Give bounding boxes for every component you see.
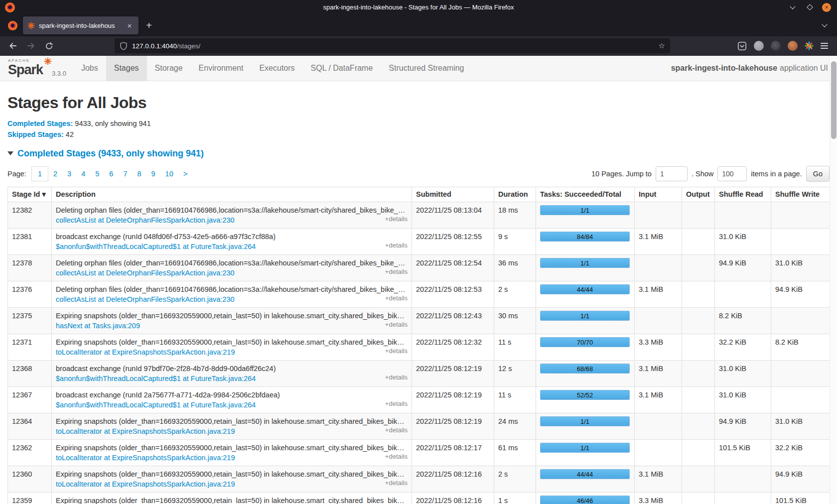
column-header[interactable]: Shuffle Read: [715, 187, 771, 202]
column-header[interactable]: Output: [682, 187, 715, 202]
next-page-link[interactable]: >: [178, 167, 192, 181]
column-header[interactable]: Description: [52, 187, 412, 202]
spark-nav-item[interactable]: Structured Streaming: [381, 56, 472, 81]
list-all-tabs-button[interactable]: [817, 18, 832, 33]
spark-nav-items: JobsStagesStorageEnvironmentExecutorsSQL…: [73, 56, 472, 81]
stage-details-toggle[interactable]: +details: [385, 267, 408, 277]
stage-details-toggle[interactable]: +details: [385, 399, 408, 409]
spark-nav-item[interactable]: Storage: [147, 56, 191, 81]
go-button[interactable]: Go: [806, 166, 830, 182]
spark-nav-item[interactable]: Environment: [191, 56, 252, 81]
stage-input-cell: [635, 202, 682, 229]
scrollbar-thumb[interactable]: [831, 61, 837, 139]
stage-details-toggle[interactable]: +details: [385, 346, 408, 356]
stage-submitted-cell: 2022/11/25 08:12:19: [412, 361, 494, 387]
tracking-protection-shield-icon[interactable]: [120, 42, 128, 50]
forward-button[interactable]: [23, 39, 39, 53]
page-link[interactable]: 2: [48, 167, 62, 181]
spark-logo[interactable]: APACHE Spark: [8, 56, 52, 81]
window-maximize-button[interactable]: [805, 3, 814, 12]
stage-details-toggle[interactable]: +details: [385, 320, 408, 330]
stage-output-cell: [682, 202, 715, 229]
bookmark-star-icon[interactable]: ☆: [659, 41, 665, 50]
stage-details-toggle[interactable]: +details: [385, 478, 408, 488]
stage-callsite-link[interactable]: toLocalIterator at ExpireSnapshotsSparkA…: [56, 347, 235, 357]
pages-info-text: 10 Pages. Jump to: [591, 170, 652, 178]
items-per-page-input[interactable]: [717, 166, 747, 181]
stage-details-toggle[interactable]: +details: [385, 241, 408, 251]
new-tab-button[interactable]: +: [141, 18, 156, 33]
page-link[interactable]: 5: [90, 167, 104, 181]
page-link[interactable]: 10: [160, 167, 178, 181]
stage-description-cell: broadcast exchange (runId 048fd06f-d753-…: [52, 229, 412, 255]
column-header[interactable]: Stage Id ▾: [8, 187, 52, 202]
back-button[interactable]: [5, 39, 21, 53]
spark-nav-item[interactable]: Executors: [251, 56, 302, 81]
stage-callsite-link[interactable]: $anonfun$withThreadLocalCaptured$1 at Fu…: [56, 242, 256, 252]
window-minimize-button[interactable]: [788, 3, 797, 12]
column-header[interactable]: Submitted: [412, 187, 494, 202]
account-avatar-icon[interactable]: [788, 41, 798, 51]
stage-details-toggle[interactable]: +details: [385, 293, 408, 303]
column-header[interactable]: Duration: [494, 187, 536, 202]
page-link[interactable]: 7: [118, 167, 132, 181]
page-link[interactable]: 9: [146, 167, 160, 181]
pocket-save-icon[interactable]: [737, 41, 747, 51]
page-scrollbar[interactable]: [830, 56, 837, 504]
stage-id-cell: 12371: [8, 334, 52, 361]
stage-details-toggle[interactable]: +details: [385, 373, 408, 382]
extension-badger-icon[interactable]: [771, 41, 781, 51]
current-page[interactable]: 1: [31, 166, 48, 181]
stage-callsite-link[interactable]: toLocalIterator at ExpireSnapshotsSparkA…: [56, 426, 235, 436]
stage-details-toggle[interactable]: +details: [385, 425, 408, 435]
column-header[interactable]: Shuffle Write: [771, 187, 830, 202]
page-link[interactable]: 8: [132, 167, 146, 181]
browser-tab[interactable]: spark-ingest-into-lakehous ×: [23, 16, 139, 34]
stage-input-cell: [635, 308, 682, 334]
stage-callsite-link[interactable]: hasNext at Tasks.java:209: [56, 321, 140, 331]
reload-button[interactable]: [41, 39, 57, 53]
completed-stages-section-toggle[interactable]: Completed Stages (9433, only showing 941…: [7, 148, 830, 159]
url-bar[interactable]: 127.0.0.1:4040/stages/ ☆: [115, 38, 670, 53]
spark-nav-item[interactable]: SQL / DataFrame: [303, 56, 381, 81]
stage-tasks-cell: 1/1: [536, 202, 635, 229]
page-link[interactable]: 3: [62, 167, 76, 181]
stage-callsite-link[interactable]: toLocalIterator at ExpireSnapshotsSparkA…: [56, 453, 235, 463]
stage-callsite-link[interactable]: toLocalIterator at ExpireSnapshotsSparkA…: [56, 479, 235, 489]
forward-arrow-icon: [26, 41, 35, 50]
tasks-progress-label: 1/1: [541, 417, 629, 426]
stage-callsite-link[interactable]: $anonfun$withThreadLocalCaptured$1 at Fu…: [56, 374, 256, 383]
stage-details-toggle[interactable]: +details: [385, 452, 408, 462]
page-link[interactable]: 4: [76, 167, 90, 181]
column-header[interactable]: Input: [635, 187, 682, 202]
section-title: Completed Stages (9433, only showing 941…: [17, 148, 204, 159]
stage-submitted-cell: 2022/11/25 08:12:32: [412, 334, 494, 361]
window-close-button[interactable]: ×: [822, 3, 831, 12]
firefox-view-button[interactable]: [5, 18, 20, 33]
stage-details-toggle[interactable]: +details: [385, 214, 408, 224]
column-header[interactable]: Tasks: Succeeded/Total: [536, 187, 635, 202]
firefox-logo-icon: [5, 2, 15, 12]
extension-pinwheel-icon[interactable]: [805, 41, 814, 50]
stage-callsite-link[interactable]: collectAsList at DeleteOrphanFilesSparkA…: [56, 294, 235, 304]
spark-nav-item[interactable]: Jobs: [73, 56, 106, 81]
stage-row: 12381 broadcast exchange (runId 048fd06f…: [8, 229, 830, 255]
stage-callsite-link[interactable]: $anonfun$withThreadLocalCaptured$1 at Fu…: [56, 400, 256, 410]
tab-close-icon[interactable]: ×: [125, 21, 134, 30]
stage-callsite-link[interactable]: collectAsList at DeleteOrphanFilesSparkA…: [56, 268, 235, 278]
tasks-progress-bar: 44/44: [540, 469, 630, 479]
page-link[interactable]: 6: [104, 167, 118, 181]
summary-label-link[interactable]: Completed Stages:: [7, 120, 73, 127]
summary-label-link[interactable]: Skipped Stages:: [7, 130, 64, 138]
stage-callsite-link[interactable]: collectAsList at DeleteOrphanFilesSparkA…: [56, 215, 235, 225]
stage-row: 12364 Expiring snapshots (older_than=166…: [8, 413, 830, 440]
extension-icon-1[interactable]: [754, 41, 764, 51]
menu-button[interactable]: [821, 43, 828, 49]
jump-to-page-input[interactable]: [656, 166, 688, 181]
tasks-progress-bar: 70/70: [540, 337, 630, 347]
tasks-progress-bar: 84/84: [540, 232, 630, 242]
stage-submitted-cell: 2022/11/25 08:13:04: [412, 202, 494, 229]
stage-shuffle-read-cell: 31.0 KiB: [715, 361, 771, 387]
stage-id-cell: 12381: [8, 229, 52, 255]
spark-nav-item[interactable]: Stages: [106, 56, 147, 81]
